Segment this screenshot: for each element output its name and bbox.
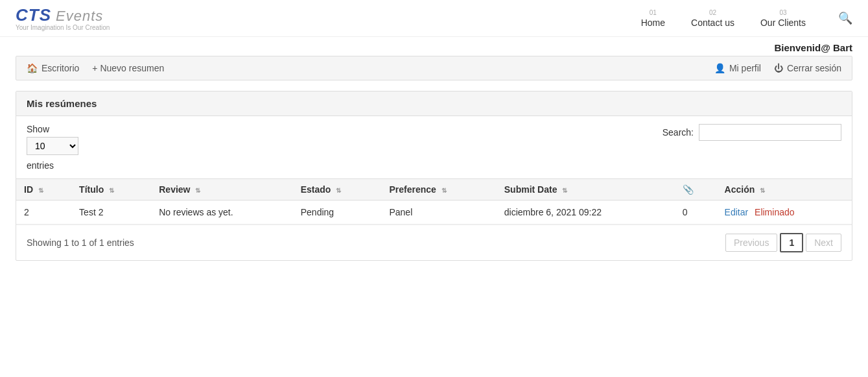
pagination-buttons: Previous 1 Next bbox=[725, 233, 841, 252]
sort-titulo-icon: ⇅ bbox=[109, 187, 114, 194]
show-entries: Show 10 25 50 entries bbox=[27, 124, 78, 171]
welcome-message: Bienvenid@ Bart bbox=[0, 37, 868, 56]
col-attachment[interactable]: 📎 bbox=[675, 179, 717, 201]
pagination-info: Showing 1 to 1 of 1 entries bbox=[27, 237, 134, 248]
delete-link[interactable]: Eliminado bbox=[755, 207, 794, 217]
table-controls: Show 10 25 50 entries Search: bbox=[16, 116, 852, 178]
my-profile-btn[interactable]: 👤 Mi perfil bbox=[714, 63, 761, 73]
table-row: 2 Test 2 No reviews as yet. Pending Pane… bbox=[16, 201, 852, 225]
nav-contact-num: 02 bbox=[691, 9, 734, 16]
new-summary-label: + Nuevo resumen bbox=[92, 63, 164, 73]
logo-brand: CTS Events bbox=[16, 5, 110, 25]
col-estado[interactable]: Estado ⇅ bbox=[293, 179, 382, 201]
profile-icon: 👤 bbox=[714, 63, 725, 73]
logo[interactable]: CTS Events Your Imagination Is Our Creat… bbox=[16, 5, 110, 31]
search-label: Search: bbox=[663, 127, 694, 138]
col-submit-date[interactable]: Submit Date ⇅ bbox=[497, 179, 675, 201]
power-icon: ⏻ bbox=[774, 63, 783, 73]
col-accion[interactable]: Acción ⇅ bbox=[717, 179, 852, 201]
sort-submit-icon: ⇅ bbox=[562, 187, 567, 194]
cell-titulo: Test 2 bbox=[71, 201, 151, 225]
col-id[interactable]: ID ⇅ bbox=[16, 179, 71, 201]
nav-clients[interactable]: 03 Our Clients bbox=[760, 9, 806, 28]
top-nav: CTS Events Your Imagination Is Our Creat… bbox=[0, 0, 868, 37]
search-area: Search: bbox=[663, 124, 841, 141]
main-content: Mis resúmenes Show 10 25 50 entries Sear… bbox=[16, 91, 852, 261]
col-preference[interactable]: Preference ⇅ bbox=[381, 179, 496, 201]
cell-estado: Pending bbox=[293, 201, 382, 225]
cell-preference: Panel bbox=[381, 201, 496, 225]
nav-home-num: 01 bbox=[641, 9, 665, 16]
logout-label: Cerrar sesión bbox=[787, 63, 841, 73]
col-titulo[interactable]: Título ⇅ bbox=[71, 179, 151, 201]
my-profile-label: Mi perfil bbox=[729, 63, 761, 73]
sort-id-icon: ⇅ bbox=[38, 187, 43, 194]
edit-link[interactable]: Editar bbox=[725, 207, 749, 217]
search-icon[interactable]: 🔍 bbox=[838, 11, 852, 25]
page-1-btn[interactable]: 1 bbox=[780, 233, 803, 252]
new-summary-btn[interactable]: + Nuevo resumen bbox=[92, 63, 164, 73]
toolbar-left: 🏠 Escritorio + Nuevo resumen bbox=[27, 63, 714, 73]
cell-attachment: 0 bbox=[675, 201, 717, 225]
nav-contact-label: Contact us bbox=[691, 18, 734, 28]
cell-submit-date: diciembre 6, 2021 09:22 bbox=[497, 201, 675, 225]
data-table: ID ⇅ Título ⇅ Review ⇅ Estado ⇅ Preferen… bbox=[16, 178, 852, 225]
cell-id: 2 bbox=[16, 201, 71, 225]
nav-home-label: Home bbox=[641, 18, 665, 28]
desktop-label: Escritorio bbox=[41, 63, 79, 73]
previous-btn[interactable]: Previous bbox=[725, 234, 777, 252]
show-label: Show bbox=[27, 124, 78, 134]
nav-home[interactable]: 01 Home bbox=[641, 9, 665, 28]
desktop-btn[interactable]: 🏠 Escritorio bbox=[27, 63, 79, 73]
logo-tagline: Your Imagination Is Our Creation bbox=[16, 24, 110, 31]
table-body: 2 Test 2 No reviews as yet. Pending Pane… bbox=[16, 201, 852, 225]
section-title: Mis resúmenes bbox=[16, 91, 852, 116]
nav-items: 01 Home 02 Contact us 03 Our Clients 🔍 bbox=[641, 9, 852, 28]
next-btn[interactable]: Next bbox=[806, 234, 841, 252]
nav-clients-num: 03 bbox=[760, 9, 806, 16]
logout-btn[interactable]: ⏻ Cerrar sesión bbox=[774, 63, 841, 73]
toolbar-right: 👤 Mi perfil ⏻ Cerrar sesión bbox=[714, 63, 841, 73]
nav-contact[interactable]: 02 Contact us bbox=[691, 9, 734, 28]
sort-review-icon: ⇅ bbox=[195, 187, 200, 194]
cell-review: No reviews as yet. bbox=[151, 201, 293, 225]
col-review[interactable]: Review ⇅ bbox=[151, 179, 293, 201]
search-input[interactable] bbox=[699, 124, 841, 141]
table-header: ID ⇅ Título ⇅ Review ⇅ Estado ⇅ Preferen… bbox=[16, 179, 852, 201]
cell-accion: Editar Eliminado bbox=[717, 201, 852, 225]
entries-label: entries bbox=[27, 160, 78, 171]
dashboard-toolbar: 🏠 Escritorio + Nuevo resumen 👤 Mi perfil… bbox=[16, 56, 852, 80]
pagination-bar: Showing 1 to 1 of 1 entries Previous 1 N… bbox=[16, 225, 852, 260]
home-icon: 🏠 bbox=[27, 63, 38, 73]
nav-clients-label: Our Clients bbox=[760, 18, 806, 28]
show-select[interactable]: 10 25 50 bbox=[27, 137, 78, 155]
sort-estado-icon: ⇅ bbox=[336, 187, 341, 194]
sort-accion-icon: ⇅ bbox=[760, 187, 765, 194]
sort-preference-icon: ⇅ bbox=[441, 187, 447, 194]
